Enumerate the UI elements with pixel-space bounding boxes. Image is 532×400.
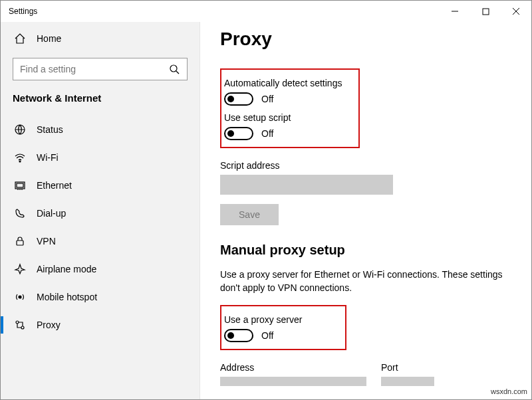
sidebar-item-proxy[interactable]: Proxy <box>1 311 200 339</box>
use-script-toggle-row: Off <box>224 127 350 140</box>
minimize-button[interactable] <box>440 1 470 22</box>
svg-rect-13 <box>17 241 23 245</box>
proxy-icon <box>14 319 26 331</box>
sidebar-item-dialup[interactable]: Dial-up <box>1 199 200 227</box>
sidebar-item-label: Ethernet <box>37 180 72 191</box>
wifi-icon <box>14 151 26 163</box>
port-input <box>381 377 434 386</box>
sidebar: Home Network & Internet Status Wi-Fi <box>1 22 200 399</box>
hotspot-icon <box>14 291 26 303</box>
window-controls <box>440 1 531 22</box>
sidebar-item-label: Proxy <box>37 320 61 330</box>
manual-heading: Manual proxy setup <box>220 243 511 258</box>
address-port-row: Address Port <box>220 359 511 386</box>
home-icon <box>14 33 26 45</box>
use-script-toggle[interactable] <box>224 127 253 140</box>
vpn-icon <box>14 235 26 247</box>
globe-icon <box>14 124 26 136</box>
sidebar-item-label: Dial-up <box>37 208 66 219</box>
ethernet-icon <box>14 179 26 191</box>
maximize-button[interactable] <box>470 1 501 22</box>
sidebar-item-hotspot[interactable]: Mobile hotspot <box>1 283 200 311</box>
auto-detect-label: Automatically detect settings <box>224 78 350 88</box>
window-title: Settings <box>9 7 37 16</box>
manual-description: Use a proxy server for Ethernet or Wi-Fi… <box>220 268 506 294</box>
sidebar-item-status[interactable]: Status <box>1 116 200 144</box>
port-label: Port <box>381 362 434 373</box>
use-script-label: Use setup script <box>224 112 350 123</box>
main-content: Proxy Automatically detect settings Off … <box>200 22 531 399</box>
settings-window: Settings Home <box>0 0 532 400</box>
page-title: Proxy <box>220 29 511 50</box>
sidebar-item-label: VPN <box>37 236 56 247</box>
sidebar-item-wifi[interactable]: Wi-Fi <box>1 144 200 171</box>
svg-point-7 <box>19 161 21 162</box>
search-input[interactable] <box>20 64 168 74</box>
svg-point-14 <box>19 296 21 298</box>
body: Home Network & Internet Status Wi-Fi <box>1 22 531 399</box>
address-label: Address <box>220 362 366 373</box>
svg-point-15 <box>16 321 19 324</box>
airplane-icon <box>14 263 26 275</box>
auto-detect-toggle[interactable] <box>224 92 253 106</box>
use-proxy-toggle-row: Off <box>224 329 337 342</box>
script-address-label: Script address <box>220 160 511 171</box>
sidebar-item-vpn[interactable]: VPN <box>1 227 200 255</box>
sidebar-item-ethernet[interactable]: Ethernet <box>1 171 200 199</box>
svg-line-5 <box>176 71 179 74</box>
sidebar-item-label: Status <box>37 124 63 135</box>
home-button[interactable]: Home <box>1 27 200 54</box>
script-address-input <box>220 175 393 195</box>
highlight-auto-proxy: Automatically detect settings Off Use se… <box>220 68 360 148</box>
dialup-icon <box>14 207 26 219</box>
use-proxy-toggle[interactable] <box>224 329 253 342</box>
titlebar: Settings <box>1 1 531 22</box>
sidebar-item-label: Wi-Fi <box>37 152 59 163</box>
port-column: Port <box>381 359 434 386</box>
home-label: Home <box>37 33 61 44</box>
auto-detect-toggle-row: Off <box>224 92 350 106</box>
search-icon <box>168 63 180 75</box>
watermark: wsxdn.com <box>491 387 527 395</box>
sidebar-item-label: Mobile hotspot <box>37 292 97 302</box>
svg-rect-1 <box>483 9 489 15</box>
close-button[interactable] <box>501 1 531 22</box>
search-box[interactable] <box>13 58 188 80</box>
category-heading: Network & Internet <box>1 92 200 116</box>
use-proxy-state: Off <box>261 330 273 341</box>
sidebar-item-label: Airplane mode <box>37 264 96 274</box>
svg-point-16 <box>21 326 24 329</box>
svg-point-4 <box>170 65 177 72</box>
svg-rect-9 <box>17 183 23 187</box>
address-input <box>220 377 366 386</box>
use-proxy-label: Use a proxy server <box>224 314 337 325</box>
highlight-use-proxy: Use a proxy server Off <box>220 305 346 350</box>
use-script-state: Off <box>261 128 273 139</box>
save-button: Save <box>220 204 279 225</box>
sidebar-item-airplane[interactable]: Airplane mode <box>1 255 200 283</box>
address-column: Address <box>220 359 366 386</box>
auto-detect-state: Off <box>261 94 273 104</box>
